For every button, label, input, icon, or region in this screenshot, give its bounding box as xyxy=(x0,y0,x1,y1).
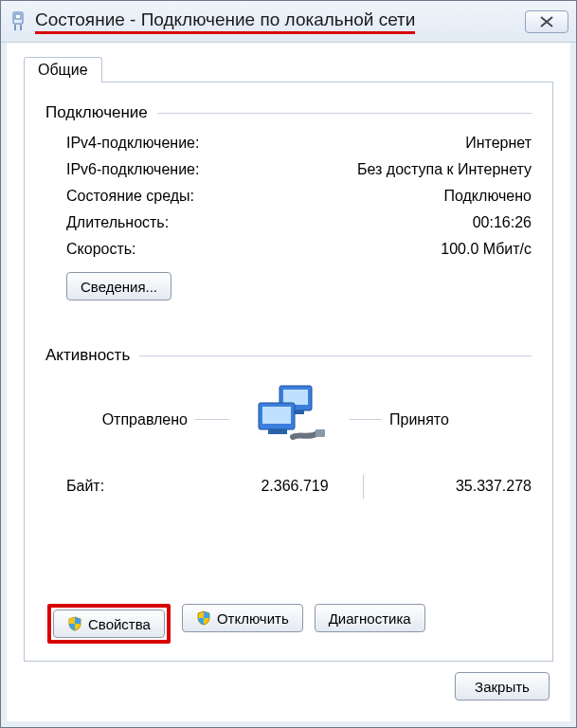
media-label: Состояние среды: xyxy=(66,188,194,205)
shield-icon xyxy=(196,610,211,626)
details-button[interactable]: Сведения... xyxy=(66,272,171,300)
ipv6-label: IPv6-подключение: xyxy=(66,161,199,178)
diagnose-button-label: Диагностика xyxy=(329,610,411,627)
svg-rect-8 xyxy=(262,407,291,424)
diagnose-button[interactable]: Диагностика xyxy=(315,604,425,632)
speed-value: 100.0 Мбит/с xyxy=(441,241,532,258)
window-title: Состояние - Подключение по локальной сет… xyxy=(35,9,415,34)
row-ipv4: IPv4-подключение: Интернет xyxy=(45,130,532,156)
shield-icon xyxy=(67,616,82,631)
bytes-row: Байт: 2.366.719 35.337.278 xyxy=(45,457,532,499)
svg-rect-10 xyxy=(316,429,325,437)
duration-label: Длительность: xyxy=(66,214,169,231)
ipv6-value: Без доступа к Интернету xyxy=(357,161,532,178)
bytes-recv-value: 35.337.278 xyxy=(399,478,532,495)
recv-label: Принято xyxy=(389,411,532,428)
row-duration: Длительность: 00:16:26 xyxy=(45,209,532,236)
ipv4-value: Интернет xyxy=(465,135,532,152)
client-area: Общие Подключение IPv4-подключение: Инте… xyxy=(10,46,567,718)
row-media: Состояние среды: Подключено xyxy=(45,183,532,209)
tabstrip: Общие xyxy=(10,46,567,82)
row-speed: Скорость: 100.0 Мбит/с xyxy=(45,236,532,263)
activity-group-heading: Активность xyxy=(45,346,532,365)
activity-heading-text: Активность xyxy=(45,346,130,365)
close-button-label: Закрыть xyxy=(475,679,530,695)
bytes-label: Байт: xyxy=(66,478,161,495)
details-button-label: Сведения... xyxy=(81,279,157,295)
bytes-sent-value: 2.366.719 xyxy=(196,478,329,495)
connection-heading-text: Подключение xyxy=(45,103,148,122)
svg-rect-9 xyxy=(268,429,287,434)
sent-label: Отправлено xyxy=(45,411,188,428)
close-button[interactable]: Закрыть xyxy=(455,672,550,701)
network-adapter-icon xyxy=(9,9,27,34)
disable-button-label: Отключить xyxy=(217,610,289,627)
activity-visual-row: Отправлено xyxy=(45,373,532,457)
divider xyxy=(139,355,532,356)
connection-group-heading: Подключение xyxy=(45,103,532,122)
titlebar: Состояние - Подключение по локальной сет… xyxy=(1,1,576,43)
row-ipv6: IPv6-подключение: Без доступа к Интернет… xyxy=(45,156,532,183)
divider xyxy=(363,474,364,499)
divider xyxy=(349,419,383,420)
tab-page-general: Подключение IPv4-подключение: Интернет I… xyxy=(24,82,553,662)
divider xyxy=(195,419,229,420)
action-button-row: Свойства Отключить Диагностика xyxy=(45,604,425,644)
media-value: Подключено xyxy=(443,188,532,205)
properties-button-label: Свойства xyxy=(88,616,151,632)
status-dialog: Состояние - Подключение по локальной сет… xyxy=(0,0,577,728)
network-computers-icon xyxy=(237,382,341,457)
activity-group: Активность Отправлено xyxy=(45,346,532,499)
speed-label: Скорость: xyxy=(66,241,136,258)
properties-button[interactable]: Свойства xyxy=(53,610,165,638)
duration-value: 00:16:26 xyxy=(473,214,532,231)
highlight-annotation: Свойства xyxy=(47,604,171,644)
divider xyxy=(157,113,532,114)
tab-general[interactable]: Общие xyxy=(24,57,102,82)
svg-rect-1 xyxy=(15,14,21,19)
disable-button[interactable]: Отключить xyxy=(182,604,303,632)
close-window-button[interactable] xyxy=(525,10,568,33)
ipv4-label: IPv4-подключение: xyxy=(66,135,199,152)
